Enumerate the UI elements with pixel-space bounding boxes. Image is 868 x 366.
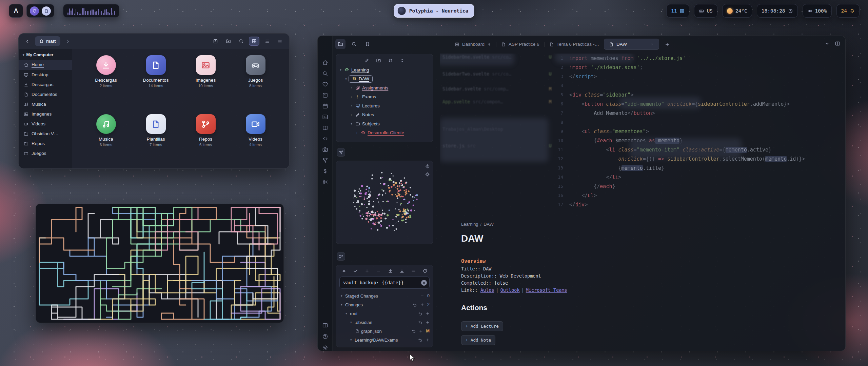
ribbon-calendar-icon[interactable] xyxy=(322,103,328,109)
tree-item-subjects[interactable]: ▾ Subjects xyxy=(336,119,433,128)
check-icon[interactable] xyxy=(353,268,358,273)
search-nav-button[interactable] xyxy=(349,39,359,49)
sidebar-item-desktop[interactable]: Desktop xyxy=(19,70,72,80)
folder-documentos[interactable]: Documentos14 items xyxy=(131,55,181,107)
sidebar-header[interactable]: ▾My Computer xyxy=(19,53,72,60)
sidebar-item-documentos[interactable]: Documentos xyxy=(19,89,72,99)
folder-musica[interactable]: Musica6 items xyxy=(81,114,131,166)
new-folder-icon[interactable] xyxy=(376,58,381,63)
link-microsoft-teams[interactable]: Microsoft Teams xyxy=(526,287,567,293)
ribbon-help-icon[interactable] xyxy=(322,333,328,340)
folder-descargas[interactable]: Descargas2 items xyxy=(81,55,131,107)
ribbon-sidebar-toggle-icon[interactable] xyxy=(322,322,328,328)
stage-icon[interactable] xyxy=(420,303,425,307)
push-icon[interactable] xyxy=(388,268,393,273)
keyboard-layout-module[interactable]: US xyxy=(694,4,717,18)
weather-module[interactable]: 24°C xyxy=(722,4,752,18)
changelist-icon[interactable] xyxy=(411,268,416,273)
ribbon-code-icon[interactable] xyxy=(322,136,328,142)
git-row-changes[interactable]: ▾ Changes 2 xyxy=(339,300,430,309)
tab-tema6[interactable]: Tema 6 Prácticas -… xyxy=(545,39,604,50)
git-row-staged[interactable]: ▾ Staged Changes 0 xyxy=(339,291,430,300)
tree-item-learning[interactable]: ▾ Learning xyxy=(336,65,433,75)
folder-videos[interactable]: Videos4 items xyxy=(231,114,280,166)
grid-view-button[interactable] xyxy=(249,37,259,46)
ribbon-book-icon[interactable] xyxy=(322,125,328,131)
git-row-root[interactable]: ▾ root xyxy=(339,309,430,318)
search-button[interactable] xyxy=(236,37,246,46)
git-panel-chip[interactable] xyxy=(337,252,345,261)
breadcrumb[interactable]: matt xyxy=(35,36,60,46)
explorer-nav-button[interactable] xyxy=(335,39,346,49)
folder-plantillas[interactable]: Plantillas7 items xyxy=(131,114,181,166)
tree-item-notes[interactable]: › Notes xyxy=(336,110,433,120)
sidebar-item-repos[interactable]: Repos xyxy=(19,139,72,148)
tab-asp-practice[interactable]: ASP Practice 6 xyxy=(496,39,544,50)
focus-target-icon[interactable] xyxy=(425,172,430,177)
unstage-all-icon[interactable] xyxy=(376,268,381,273)
tree-item-exams[interactable]: › Exams xyxy=(336,93,433,102)
sidebar-item-descargas[interactable]: Descargas xyxy=(19,80,72,89)
ribbon-scissors-icon[interactable] xyxy=(322,179,328,185)
ribbon-graph-icon[interactable] xyxy=(322,157,328,163)
graph-view-canvas[interactable] xyxy=(336,161,433,244)
new-note-icon[interactable] xyxy=(364,58,369,63)
folder-imagenes[interactable]: Imagenes10 items xyxy=(181,55,231,107)
sidebar-item-videos[interactable]: Videos xyxy=(19,119,72,129)
tab-list-chevron-icon[interactable] xyxy=(824,41,830,46)
breadcrumb-parent[interactable]: Learning xyxy=(461,222,478,227)
bookmarks-nav-button[interactable] xyxy=(362,39,373,49)
link-aules[interactable]: Aules xyxy=(480,287,494,293)
notifications-module[interactable]: 24 xyxy=(836,4,860,18)
discard-icon[interactable] xyxy=(418,311,422,316)
sidebar-item-imagenes[interactable]: Imagenes xyxy=(19,109,72,119)
discard-icon[interactable] xyxy=(412,329,416,333)
stage-all-icon[interactable] xyxy=(364,268,370,273)
forward-button[interactable] xyxy=(63,37,73,46)
git-row-graph-json[interactable]: graph.json M xyxy=(339,327,430,336)
tab-dashboard[interactable]: Dashboard xyxy=(450,39,496,50)
discard-icon[interactable] xyxy=(413,303,417,307)
pull-icon[interactable] xyxy=(399,268,405,273)
split-pane-icon[interactable] xyxy=(835,41,841,46)
list-view-button[interactable] xyxy=(262,37,272,46)
unstage-icon[interactable] xyxy=(420,294,425,298)
ribbon-home-icon[interactable] xyxy=(322,60,328,66)
sidebar-item-juegos[interactable]: Juegos xyxy=(19,148,72,158)
ribbon-search-icon[interactable] xyxy=(322,70,328,77)
ribbon-dollar-icon[interactable] xyxy=(322,168,328,174)
folder-repos[interactable]: Repos6 items xyxy=(181,114,231,166)
ribbon-dice-icon[interactable] xyxy=(322,92,328,98)
ribbon-settings-icon[interactable] xyxy=(322,345,328,351)
workspaces-module[interactable]: 11 xyxy=(666,4,689,18)
stage-icon[interactable] xyxy=(426,311,430,316)
link-outlook[interactable]: Outlook xyxy=(500,287,520,293)
git-row-obsidian-dir[interactable]: ▾ .obsidian xyxy=(339,318,430,327)
sidebar-item-obsidian-vault[interactable]: Obsidian V… xyxy=(19,129,72,139)
close-icon[interactable] xyxy=(650,42,654,46)
app-shortcut-button[interactable] xyxy=(30,6,39,16)
tree-item-lectures[interactable]: › Lectures xyxy=(336,101,433,110)
sidebar-item-musica[interactable]: Musica xyxy=(19,99,72,109)
back-button[interactable] xyxy=(23,37,32,46)
gear-icon[interactable] xyxy=(425,164,430,169)
refresh-icon[interactable] xyxy=(422,268,428,273)
notes-shortcut-button[interactable] xyxy=(42,6,51,16)
folder-juegos[interactable]: Juegos8 items xyxy=(231,55,280,107)
new-folder-button[interactable] xyxy=(223,37,234,46)
ribbon-terminal-icon[interactable] xyxy=(322,114,328,120)
commit-message-input[interactable] xyxy=(343,280,419,285)
sidebar-item-home[interactable]: Home xyxy=(19,60,72,70)
screenshot-button[interactable] xyxy=(210,37,221,46)
collapse-all-icon[interactable] xyxy=(400,58,405,63)
menu-button[interactable] xyxy=(275,37,285,46)
git-row-learning-daw-exams[interactable]: ▾ Learning/DAW/Exams xyxy=(339,336,430,344)
discard-icon[interactable] xyxy=(418,338,422,342)
clear-message-button[interactable] xyxy=(421,280,427,286)
graph-panel-chip[interactable] xyxy=(337,148,345,157)
tab-daw[interactable]: DAW xyxy=(604,39,659,50)
ribbon-heart-icon[interactable] xyxy=(322,81,328,87)
volume-module[interactable]: 100% xyxy=(803,4,832,18)
clock-module[interactable]: 18:08:28 xyxy=(757,4,798,18)
stage-icon[interactable] xyxy=(419,329,423,333)
